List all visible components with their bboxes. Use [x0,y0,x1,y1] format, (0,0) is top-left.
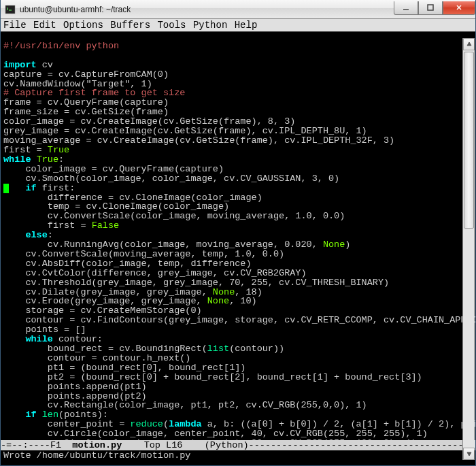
code-line: frame = cv.QueryFrame(capture) [3,97,169,107]
svg-marker-6 [467,42,471,46]
code-line: color_image = cv.QueryFrame(capture) [3,164,224,174]
code-line: while contour: [3,334,103,344]
scroll-up-button[interactable] [463,38,475,50]
scroll-down-button[interactable] [463,448,475,460]
code-line: cv.ConvertScale(color_image, moving_aver… [3,211,345,221]
code-line: cv.Circle(color_image, center_point, 40,… [3,429,428,439]
code-line: frame_size = cv.GetSize(frame) [3,107,169,117]
menu-edit[interactable]: Edit [33,20,56,31]
minimize-button[interactable] [394,1,418,15]
code-line: moving_average = cv.CreateImage(cv.GetSi… [3,135,394,146]
scroll-thumb[interactable] [464,52,474,229]
code-line: if len(points): [3,410,108,420]
code-line: storage = cv.CreateMemStorage(0) [3,305,202,316]
code-line: capture = cv.CaptureFromCAM(0) [3,69,169,80]
code-line: cv.AbsDiff(color_image, temp, difference… [3,259,252,269]
code-line: difference = cv.CloneImage(color_image) [3,193,262,203]
maximize-button[interactable] [418,1,443,15]
code-line: points.append(pt1) [3,382,147,392]
code-line: first = False [3,220,119,231]
code-line: #!/usr/bin/env python [3,41,119,51]
menu-buffers[interactable]: Buffers [110,20,150,31]
code-line: cv.Rectangle(color_image, pt1, pt2, cv.C… [3,400,367,410]
code-line: bound_rect = cv.BoundingRect(list(contou… [3,344,284,354]
buffer-name: motion.py [72,440,122,450]
code-line: # Capture first frame to get size [3,88,185,98]
scroll-track[interactable] [463,50,475,448]
vertical-scrollbar[interactable] [462,38,475,460]
code-line: else: [3,230,53,240]
code-line: temp = cv.CloneImage(color_image) [3,201,229,212]
code-line: contour = cv.FindContours(grey_image, st… [3,315,475,325]
code-line: import cv [3,60,53,70]
code-line: contour = contour.h_next() [3,353,190,363]
code-line: cv.ConvertScale(moving_average, temp, 1.… [3,249,284,259]
code-line: color_image = cv.CreateImage(cv.GetSize(… [3,116,295,127]
emacs-modeline: -=--:----F1 motion.py Top L16 (Python)--… [1,440,475,450]
code-line: cv.Dilate(grey_image, grey_image, None, … [3,287,262,297]
code-line: cv.Erode(grey_image, grey_image, None, 1… [3,296,257,306]
emacs-menubar: File Edit Options Buffers Tools Python H… [1,19,475,32]
menu-options[interactable]: Options [63,20,103,31]
code-line: while True: [3,154,64,165]
code-line: center_point = reduce(lambda a, b: ((a[0… [3,419,475,429]
svg-marker-7 [467,452,471,456]
code-line: grey_image = cv.CreateImage(cv.GetSize(f… [3,126,367,136]
code-line: if first: [3,183,75,193]
menu-tools[interactable]: Tools [157,20,186,31]
menu-python[interactable]: Python [193,20,227,31]
code-line: cv.RunningAvg(color_image, moving_averag… [3,239,350,250]
code-line: cv.CvtColor(difference, grey_image, cv.C… [3,268,307,278]
editor-area[interactable]: #!/usr/bin/env python import cv capture … [1,32,475,440]
code-line: cv.Smooth(color_image, color_image, cv.C… [3,173,339,184]
terminal-icon [5,4,16,15]
menu-file[interactable]: File [3,20,27,31]
close-button[interactable] [443,1,475,15]
code-line: points.append(pt2) [3,391,147,401]
window-title: ubuntu@ubuntu-armhf: ~/track [20,5,394,14]
code-line: cv.Threshold(grey_image, grey_image, 70,… [3,278,389,288]
svg-rect-0 [5,5,15,14]
menu-help[interactable]: Help [235,20,258,31]
code-line: pt2 = (bound_rect[0] + bound_rect[2], bo… [3,372,422,382]
svg-rect-3 [428,5,433,10]
window-titlebar: ubuntu@ubuntu-armhf: ~/track [1,0,475,19]
code-line: cv.Circle(color_image, center_point, 30,… [3,438,417,440]
code-line: first = True [3,145,69,155]
code-line: points = [] [3,324,86,335]
code-line: cv.NamedWindow("Target", 1) [3,79,152,89]
code-line: pt1 = (bound_rect[0], bound_rect[1]) [3,363,245,373]
emacs-minibuffer[interactable]: Wrote /home/ubuntu/track/motion.py [1,450,475,461]
